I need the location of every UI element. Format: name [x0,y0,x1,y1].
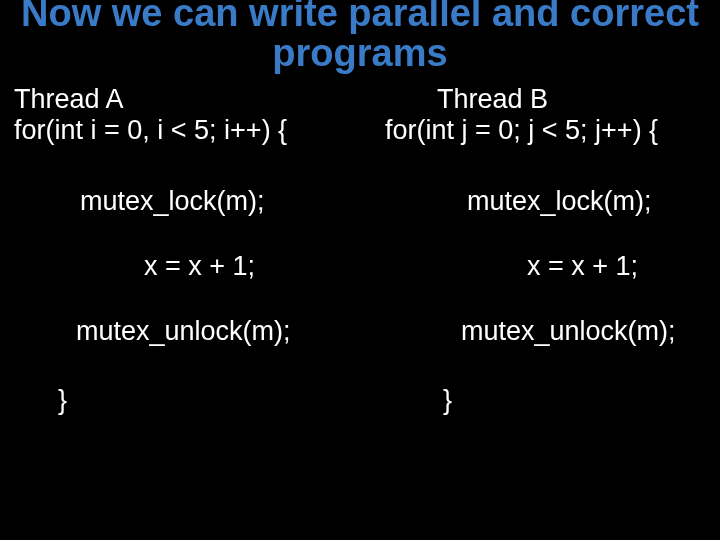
thread-b-lock: mutex_lock(m); [367,186,720,217]
thread-a-lock: mutex_lock(m); [14,186,367,217]
thread-a-column: Thread A for(int i = 0, i < 5; i++) { mu… [0,84,367,416]
thread-b-body: mutex_lock(m); x = x + 1; mutex_unlock(m… [367,186,720,347]
thread-a-body: mutex_lock(m); x = x + 1; mutex_unlock(m… [14,186,367,347]
code-columns: Thread A for(int i = 0, i < 5; i++) { mu… [0,84,720,416]
thread-a-header: Thread A [14,84,367,115]
thread-b-close: } [367,385,720,416]
thread-b-column: Thread B for(int j = 0; j < 5; j++) { mu… [367,84,720,416]
thread-b-inc: x = x + 1; [367,251,720,282]
thread-a-inc: x = x + 1; [14,251,367,282]
slide-title: Now we can write parallel and correct pr… [0,0,720,74]
thread-a-for: for(int i = 0, i < 5; i++) { [14,115,367,146]
thread-a-unlock: mutex_unlock(m); [14,316,367,347]
thread-b-unlock: mutex_unlock(m); [367,316,720,347]
thread-b-header: Thread B [367,84,720,115]
thread-b-for: for(int j = 0; j < 5; j++) { [367,115,720,146]
slide: Now we can write parallel and correct pr… [0,0,720,534]
thread-a-close: } [14,385,367,416]
